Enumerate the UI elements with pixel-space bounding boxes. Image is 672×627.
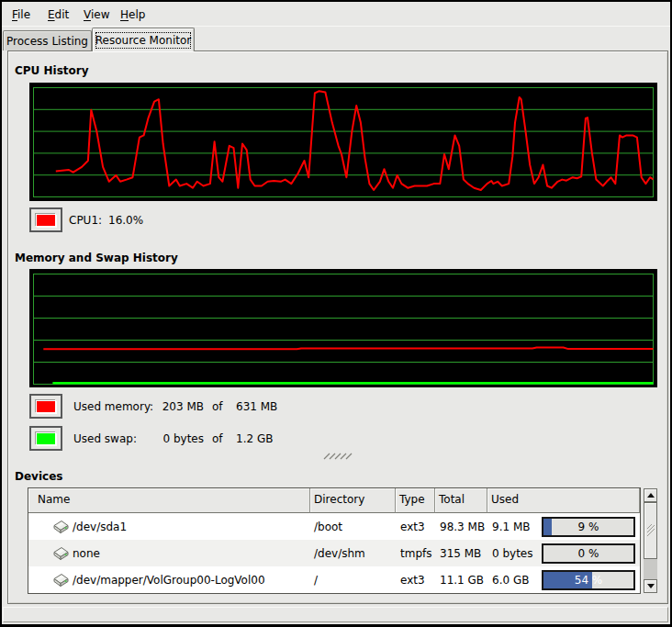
swap-legend-color-button[interactable] (29, 426, 62, 451)
device-used: 0 bytes (487, 547, 533, 560)
device-total-cell: 98.3 MB (435, 513, 487, 540)
device-usage-progressbar: 54 % (542, 570, 635, 590)
swap-of-label: of (212, 431, 223, 446)
device-directory-cell: /dev/shm (310, 540, 396, 566)
device-type-cell: tmpfs (396, 540, 435, 566)
device-usage-progressbar: 9 % (542, 517, 635, 537)
device-type: ext3 (400, 574, 425, 587)
device-type: tmpfs (400, 547, 432, 560)
device-used-cell: 0 bytes0 % (487, 540, 640, 566)
menu-view[interactable]: View (84, 6, 109, 23)
device-used-cell: 9.1 MB9 % (487, 513, 640, 540)
column-header-total[interactable]: Total (435, 488, 487, 513)
memory-swap-chart (29, 269, 657, 387)
scrollbar-thumb-grip-icon (646, 524, 655, 537)
device-total-cell: 11.1 GB (435, 566, 487, 593)
column-header-used[interactable]: Used (487, 488, 640, 513)
device-total: 98.3 MB (440, 521, 485, 533)
device-total-cell: 315 MB (435, 540, 487, 566)
memory-legend-color-button[interactable] (29, 394, 62, 419)
device-usage-progressbar: 0 % (542, 543, 635, 564)
swap-legend-color-swatch (36, 432, 56, 445)
cpu-legend-color-swatch (36, 214, 56, 227)
device-directory-cell: /boot (310, 513, 396, 540)
device-name-cell: none (28, 540, 310, 566)
swap-used-value: 0 bytes (138, 431, 204, 446)
cpu-legend-color-button[interactable] (29, 207, 62, 232)
status-bar (3, 607, 668, 622)
device-directory: /boot (314, 521, 342, 533)
memory-total-value: 631 MB (236, 399, 277, 414)
device-name-cell: /dev/sda1 (28, 513, 310, 540)
device-directory: / (314, 574, 318, 587)
device-name-cell: /dev/mapper/VolGroup00-LogVol00 (28, 566, 310, 593)
device-directory-cell: / (310, 566, 396, 593)
devices-table: NameDirectoryTypeTotalUsed /dev/sda1/boo… (28, 487, 641, 594)
device-type: ext3 (400, 521, 425, 533)
cpu-legend-value: 16.0% (108, 213, 143, 228)
devices-title: Devices (15, 469, 62, 484)
device-directory: /dev/shm (314, 547, 365, 560)
scrollbar-down-button[interactable] (644, 579, 657, 593)
memory-history-title: Memory and Swap History (15, 251, 178, 265)
scroll-down-arrow-icon (647, 584, 655, 588)
device-used: 9.1 MB (487, 521, 530, 533)
devices-table-header: NameDirectoryTypeTotalUsed (28, 488, 640, 513)
menu-edit[interactable]: Edit (48, 6, 69, 23)
device-row-2[interactable]: none/dev/shmtmpfs315 MB0 bytes0 % (28, 540, 640, 566)
device-row-1[interactable]: /dev/sda1/bootext398.3 MB9.1 MB9 % (28, 513, 640, 540)
device-used: 6.0 GB (487, 574, 529, 587)
device-row-3[interactable]: /dev/mapper/VolGroup00-LogVol00/ext311.1… (28, 566, 640, 593)
scroll-up-arrow-icon (647, 493, 655, 498)
device-name: none (73, 547, 100, 560)
tab-process-listing-label: Process Listing (6, 35, 88, 48)
progressbar-percent: 0 % (543, 545, 633, 562)
device-used-cell: 6.0 GB54 % (487, 566, 640, 593)
disk-icon (52, 545, 70, 561)
devices-table-rows: /dev/sda1/bootext398.3 MB9.1 MB9 % none/… (28, 513, 640, 593)
progressbar-percent: 54 % (543, 572, 633, 588)
menu-bar-divider (2, 26, 670, 27)
memory-used-value: 203 MB (138, 399, 204, 414)
device-type-cell: ext3 (396, 566, 435, 593)
device-name: /dev/sda1 (73, 521, 127, 533)
tab-resource-monitor[interactable]: Resource Monitor (92, 28, 195, 51)
scrollbar-thumb[interactable] (644, 502, 657, 559)
device-name: /dev/mapper/VolGroup00-LogVol00 (73, 574, 265, 587)
cpu-history-title: CPU History (15, 63, 89, 78)
swap-total-value: 1.2 GB (236, 431, 273, 446)
scrollbar-up-button[interactable] (644, 488, 657, 502)
device-total: 11.1 GB (440, 574, 484, 587)
column-header-directory[interactable]: Directory (310, 488, 396, 513)
column-header-name[interactable]: Name (28, 488, 310, 513)
system-monitor-window: FileEditViewHelp Process Listing Resourc… (0, 0, 672, 627)
devices-table-body: NameDirectoryTypeTotalUsed /dev/sda1/boo… (28, 488, 640, 593)
menu-help[interactable]: Help (120, 6, 145, 23)
device-type-cell: ext3 (396, 513, 435, 540)
device-total: 315 MB (440, 547, 481, 560)
memory-legend-color-swatch (36, 400, 56, 413)
tab-process-listing[interactable]: Process Listing (3, 30, 92, 50)
disk-icon (52, 572, 70, 588)
memory-of-label: of (212, 399, 223, 414)
cpu-history-chart (29, 83, 657, 201)
menu-file[interactable]: File (12, 6, 30, 23)
tab-focus-outline (95, 32, 191, 49)
pane-resize-grip[interactable] (323, 452, 354, 461)
column-header-type[interactable]: Type (396, 488, 435, 513)
menu-bar: FileEditViewHelp (2, 2, 670, 26)
cpu-legend-label: CPU1: (69, 213, 102, 228)
progressbar-percent: 9 % (543, 519, 633, 535)
disk-icon (52, 519, 70, 534)
swap-legend-label: Used swap: (73, 431, 137, 446)
devices-scrollbar[interactable] (644, 488, 657, 593)
